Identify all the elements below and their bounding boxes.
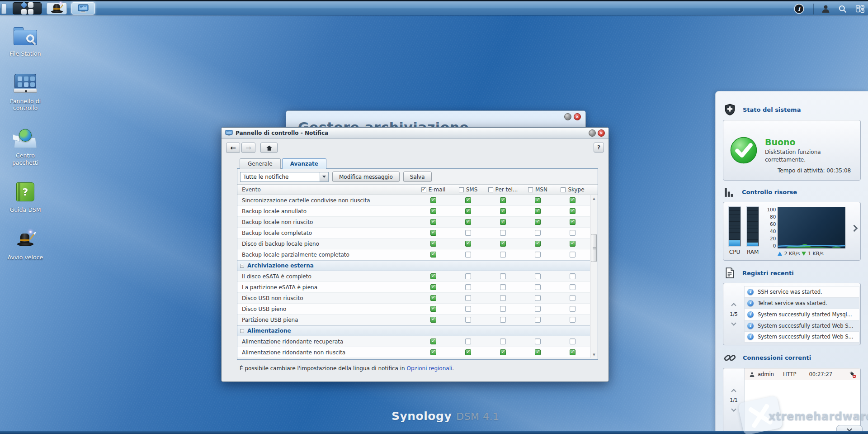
save-button[interactable]: Salva xyxy=(403,172,432,182)
notification-checkbox[interactable] xyxy=(465,230,471,236)
notification-checkbox[interactable] xyxy=(570,339,576,344)
notification-checkbox[interactable] xyxy=(430,197,436,203)
notification-checkbox[interactable] xyxy=(430,208,436,214)
notification-checkbox[interactable] xyxy=(535,252,541,258)
notification-checkbox[interactable] xyxy=(570,252,576,258)
table-scrollbar[interactable]: ▲ ▼ xyxy=(590,195,598,358)
edit-message-button[interactable]: Modifica messaggio xyxy=(332,172,400,182)
notification-checkbox[interactable] xyxy=(430,317,436,323)
notification-checkbox[interactable] xyxy=(535,197,541,203)
notification-checkbox[interactable] xyxy=(570,306,576,312)
collapse-icon[interactable] xyxy=(240,329,244,333)
main-menu-button[interactable] xyxy=(13,2,42,14)
section-header-row[interactable]: Alimentazione xyxy=(237,325,590,336)
msn-header-checkbox[interactable] xyxy=(528,187,533,192)
notification-checkbox[interactable] xyxy=(500,295,506,301)
tab-generale[interactable]: Generale xyxy=(240,158,281,169)
tab-avanzate[interactable]: Avanzate xyxy=(282,158,326,169)
notification-checkbox[interactable] xyxy=(465,219,471,225)
notification-checkbox[interactable] xyxy=(465,295,471,301)
notification-checkbox[interactable] xyxy=(500,284,506,290)
notification-checkbox[interactable] xyxy=(430,273,436,279)
desktop-icon-quick-start[interactable]: Avvio veloce xyxy=(5,229,46,261)
active-window-button[interactable] xyxy=(71,2,95,14)
notification-checkbox[interactable] xyxy=(430,284,436,290)
notification-checkbox[interactable] xyxy=(570,208,576,214)
notification-checkbox[interactable] xyxy=(430,339,436,344)
notification-checkbox[interactable] xyxy=(430,219,436,225)
close-icon[interactable]: × xyxy=(574,113,581,120)
notification-checkbox[interactable] xyxy=(570,230,576,236)
notification-checkbox[interactable] xyxy=(465,273,471,279)
notification-checkbox[interactable] xyxy=(570,317,576,323)
notification-checkbox[interactable] xyxy=(500,317,506,323)
notification-checkbox[interactable] xyxy=(535,208,541,214)
notification-checkbox[interactable] xyxy=(570,219,576,225)
skype-header-checkbox[interactable] xyxy=(561,187,566,192)
notification-checkbox[interactable] xyxy=(465,197,471,203)
phone-header-checkbox[interactable] xyxy=(488,187,493,192)
notification-checkbox[interactable] xyxy=(465,208,471,214)
notification-checkbox[interactable] xyxy=(570,284,576,290)
notification-checkbox[interactable] xyxy=(500,252,506,258)
dialog-titlebar[interactable]: Pannello di controllo - Notifica × xyxy=(222,128,609,139)
search-icon[interactable] xyxy=(837,4,848,14)
scroll-up-arrow[interactable]: ▲ xyxy=(590,195,598,202)
notification-checkbox[interactable] xyxy=(430,230,436,236)
email-header-checkbox[interactable] xyxy=(421,187,426,192)
chevron-right-icon[interactable] xyxy=(851,225,858,232)
section-header-row[interactable]: Archiviazione esterna xyxy=(237,260,590,271)
notification-checkbox[interactable] xyxy=(535,284,541,290)
collapse-icon[interactable] xyxy=(240,264,244,268)
notification-checkbox[interactable] xyxy=(465,284,471,290)
notification-checkbox[interactable] xyxy=(570,241,576,247)
notification-checkbox[interactable] xyxy=(430,295,436,301)
notification-checkbox[interactable] xyxy=(465,306,471,312)
notification-checkbox[interactable] xyxy=(500,339,506,344)
desktop-icon-dsm-help[interactable]: ? Guida DSM xyxy=(5,181,46,214)
notification-checkbox[interactable] xyxy=(535,219,541,225)
notification-checkbox[interactable] xyxy=(430,241,436,247)
notification-checkbox[interactable] xyxy=(500,197,506,203)
user-icon[interactable] xyxy=(820,4,831,14)
notification-checkbox[interactable] xyxy=(465,349,471,355)
notification-checkbox[interactable] xyxy=(500,273,506,279)
minimize-button[interactable] xyxy=(589,129,596,137)
minimize-button[interactable] xyxy=(564,113,571,120)
forward-button[interactable]: → xyxy=(241,143,255,153)
sms-header-checkbox[interactable] xyxy=(459,187,464,192)
notification-checkbox[interactable] xyxy=(535,273,541,279)
notification-checkbox[interactable] xyxy=(430,349,436,355)
info-icon[interactable]: i xyxy=(795,5,803,13)
notification-checkbox[interactable] xyxy=(570,273,576,279)
notification-checkbox[interactable] xyxy=(570,295,576,301)
notification-checkbox[interactable] xyxy=(465,252,471,258)
desktop-icon-file-station[interactable]: File Station xyxy=(5,25,46,57)
pilot-view-icon[interactable] xyxy=(854,4,865,14)
chevron-up-icon[interactable] xyxy=(731,303,736,308)
notification-filter-select[interactable]: Tutte le notifiche xyxy=(240,172,329,182)
show-desktop-button[interactable] xyxy=(1,4,6,14)
notification-checkbox[interactable] xyxy=(535,295,541,301)
back-button[interactable]: ← xyxy=(226,143,240,153)
notification-checkbox[interactable] xyxy=(535,306,541,312)
notification-checkbox[interactable] xyxy=(535,241,541,247)
dropdown-button[interactable] xyxy=(320,172,328,181)
home-button[interactable] xyxy=(260,143,278,153)
notification-checkbox[interactable] xyxy=(500,230,506,236)
desktop-icon-control-panel[interactable]: Pannello di controllo xyxy=(5,73,46,112)
notification-checkbox[interactable] xyxy=(430,306,436,312)
notification-checkbox[interactable] xyxy=(465,339,471,344)
notification-checkbox[interactable] xyxy=(500,306,506,312)
scrollbar-thumb[interactable] xyxy=(591,234,597,262)
scroll-down-arrow[interactable]: ▼ xyxy=(590,351,598,358)
notification-checkbox[interactable] xyxy=(570,349,576,355)
notification-checkbox[interactable] xyxy=(430,252,436,258)
notification-checkbox[interactable] xyxy=(535,349,541,355)
notification-checkbox[interactable] xyxy=(535,317,541,323)
notification-checkbox[interactable] xyxy=(535,230,541,236)
quick-launch-button[interactable] xyxy=(47,2,67,14)
regional-options-link[interactable]: Opzioni regionali xyxy=(407,365,453,372)
notification-checkbox[interactable] xyxy=(570,197,576,203)
notification-checkbox[interactable] xyxy=(465,317,471,323)
